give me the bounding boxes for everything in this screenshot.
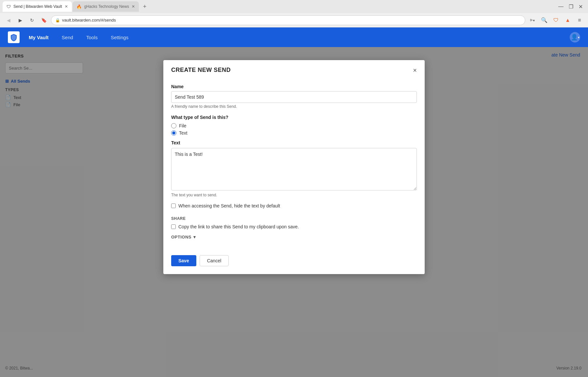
modal-header: CREATE NEW SEND × — [163, 60, 425, 79]
type-selection-group: What type of Send is this? File Text — [171, 115, 417, 136]
user-icon: 👤 — [571, 34, 578, 41]
name-label: Name — [171, 84, 417, 89]
toolbar-actions: 🗝 🔍 🛡 ▲ ≡ — [528, 16, 584, 25]
text-textarea[interactable]: This is a Test! — [171, 148, 417, 190]
tab-ghacks-close[interactable]: ✕ — [132, 4, 135, 9]
search-icon[interactable]: 🔍 — [540, 16, 549, 25]
refresh-button[interactable]: ↻ — [27, 16, 37, 25]
type-file-option[interactable]: File — [171, 123, 417, 128]
tab-ghacks[interactable]: 🔥 gHacks Technology News ✕ — [73, 1, 139, 12]
save-button[interactable]: Save — [171, 255, 196, 266]
menu-icon[interactable]: ≡ — [575, 16, 584, 25]
url-text: vault.bitwarden.com/#/sends — [62, 18, 116, 23]
brave-rewards-icon[interactable]: ▲ — [563, 16, 572, 25]
hide-text-checkbox[interactable] — [171, 204, 176, 208]
tab-bitwarden[interactable]: 🛡 Send | Bitwarden Web Vault ✕ — [3, 1, 72, 12]
bitwarden-logo-icon — [10, 33, 18, 41]
browser-chrome: 🛡 Send | Bitwarden Web Vault ✕ 🔥 gHacks … — [0, 0, 588, 27]
tab-bitwarden-label: Send | Bitwarden Web Vault — [13, 4, 62, 9]
app-nav: My Vault Send Tools Settings — [26, 33, 131, 41]
user-chevron-icon: ▾ — [578, 36, 580, 39]
app-logo — [8, 31, 20, 43]
text-hint: The text you want to send. — [171, 193, 417, 197]
nav-item-tools[interactable]: Tools — [84, 33, 100, 41]
share-title: SHARE — [171, 216, 417, 221]
modal-footer: Save Cancel — [163, 253, 425, 274]
nav-item-my-vault[interactable]: My Vault — [26, 33, 51, 41]
text-label: Text — [171, 140, 417, 145]
browser-titlebar: 🛡 Send | Bitwarden Web Vault ✕ 🔥 gHacks … — [0, 0, 588, 13]
cancel-button[interactable]: Cancel — [200, 255, 229, 266]
key-icon[interactable]: 🗝 — [528, 16, 537, 25]
copy-link-checkbox-label[interactable]: Copy the link to share this Send to my c… — [171, 224, 417, 229]
tab-bitwarden-favicon: 🛡 — [7, 4, 11, 9]
browser-toolbar: ◀ ▶ ↻ 🔖 🔒 vault.bitwarden.com/#/sends 🗝 … — [0, 13, 588, 27]
text-form-group: Text This is a Test! The text you want t… — [171, 140, 417, 197]
options-label: OPTIONS — [171, 235, 191, 239]
tab-bitwarden-close[interactable]: ✕ — [65, 4, 68, 9]
options-chevron-icon: ▾ — [193, 235, 196, 239]
type-file-radio[interactable] — [171, 123, 176, 128]
tab-ghacks-favicon: 🔥 — [76, 4, 82, 9]
bookmark-button[interactable]: 🔖 — [39, 16, 48, 25]
back-button[interactable]: ◀ — [4, 16, 13, 25]
close-button[interactable]: ✕ — [579, 4, 583, 10]
new-tab-button[interactable]: + — [140, 2, 149, 11]
brave-shield-icon[interactable]: 🛡 — [551, 16, 561, 25]
modal-overlay: CREATE NEW SEND × Name A friendly name t… — [0, 47, 588, 377]
address-bar[interactable]: 🔒 vault.bitwarden.com/#/sends — [51, 15, 525, 25]
name-form-group: Name A friendly name to describe this Se… — [171, 84, 417, 109]
create-new-send-modal: CREATE NEW SEND × Name A friendly name t… — [163, 60, 425, 274]
type-text-option[interactable]: Text — [171, 130, 417, 136]
app-header: My Vault Send Tools Settings 👤 ▾ — [0, 27, 588, 47]
modal-close-button[interactable]: × — [413, 67, 417, 74]
hide-text-checkbox-label[interactable]: When accessing the Send, hide the text b… — [171, 203, 417, 208]
type-text-radio[interactable] — [171, 130, 176, 136]
forward-button[interactable]: ▶ — [16, 16, 25, 25]
modal-title: CREATE NEW SEND — [171, 67, 231, 74]
copy-link-checkbox[interactable] — [171, 224, 176, 229]
window-controls: — ❐ ✕ — [558, 4, 585, 10]
maximize-button[interactable]: ❐ — [569, 4, 573, 10]
nav-item-settings[interactable]: Settings — [108, 33, 131, 41]
page-background: FILTERS ⊞ All Sends TYPES 📄 Text 📄 File … — [0, 47, 588, 377]
options-toggle[interactable]: OPTIONS ▾ — [171, 235, 417, 239]
minimize-button[interactable]: — — [558, 4, 564, 10]
type-question: What type of Send is this? — [171, 115, 417, 120]
app-header-right: 👤 ▾ — [570, 32, 580, 42]
name-input[interactable] — [171, 91, 417, 103]
nav-item-send[interactable]: Send — [59, 33, 76, 41]
tab-ghacks-label: gHacks Technology News — [84, 4, 129, 9]
modal-body: Name A friendly name to describe this Se… — [163, 79, 425, 253]
user-avatar[interactable]: 👤 ▾ — [570, 32, 580, 42]
name-hint: A friendly name to describe this Send. — [171, 104, 417, 109]
lock-icon: 🔒 — [55, 18, 60, 23]
